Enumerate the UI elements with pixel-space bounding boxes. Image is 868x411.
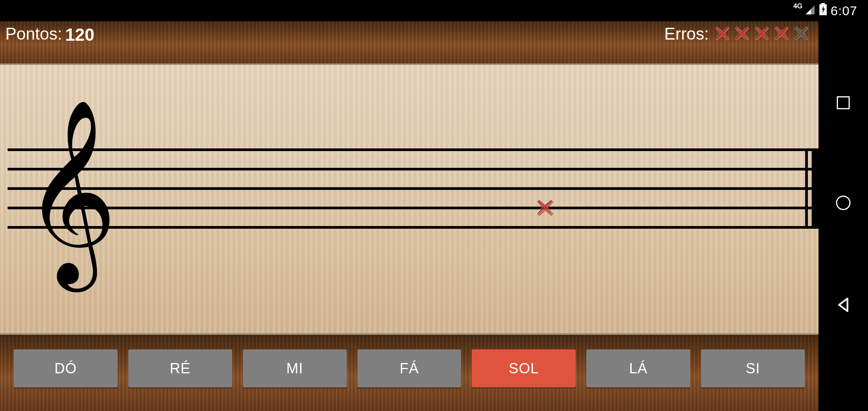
answer-button-do[interactable]: DÓ xyxy=(14,349,118,387)
network-indicator: 4G xyxy=(793,2,803,10)
score-value: 120 xyxy=(65,24,94,45)
answer-button-si[interactable]: SI xyxy=(701,349,805,387)
answer-button-re[interactable]: RÉ xyxy=(128,349,232,387)
errors-label: Erros: xyxy=(664,24,709,43)
error-x-used-icon xyxy=(713,25,732,43)
score-label: Pontos: xyxy=(5,24,62,45)
answer-button-sol[interactable]: SOL xyxy=(472,349,576,387)
staff-line xyxy=(8,187,819,190)
android-nav-bar xyxy=(819,0,868,411)
signal-icon xyxy=(805,3,815,18)
answer-button-row: DÓRÉMIFÁSOLLÁSI xyxy=(0,335,819,411)
note-marker-x-icon xyxy=(535,198,555,218)
overview-button[interactable] xyxy=(837,96,850,109)
answer-button-fa[interactable]: FÁ xyxy=(357,349,461,387)
answer-button-la[interactable]: LÁ xyxy=(586,349,690,387)
error-x-remaining-icon xyxy=(793,25,811,43)
error-x-used-icon xyxy=(733,25,752,43)
staff-line xyxy=(8,226,819,229)
staff-board: 𝄞 xyxy=(0,63,819,335)
error-x-used-icon xyxy=(773,25,791,43)
staff-line xyxy=(8,148,819,151)
errors-display: Erros: xyxy=(664,24,811,43)
answer-button-mi[interactable]: MI xyxy=(243,349,347,387)
error-x-used-icon xyxy=(753,25,771,43)
hud-bar: Pontos: 120 Erros: xyxy=(0,21,819,63)
home-button[interactable] xyxy=(836,196,850,210)
score-display: Pontos: 120 xyxy=(5,24,94,45)
staff-line xyxy=(8,168,819,170)
back-button[interactable] xyxy=(835,296,852,315)
treble-clef-icon: 𝄞 xyxy=(23,112,117,272)
android-status-bar: 4G 6:07 xyxy=(0,0,868,21)
staff-line xyxy=(8,207,819,209)
barline-end xyxy=(805,148,819,229)
music-staff: 𝄞 xyxy=(8,148,819,245)
